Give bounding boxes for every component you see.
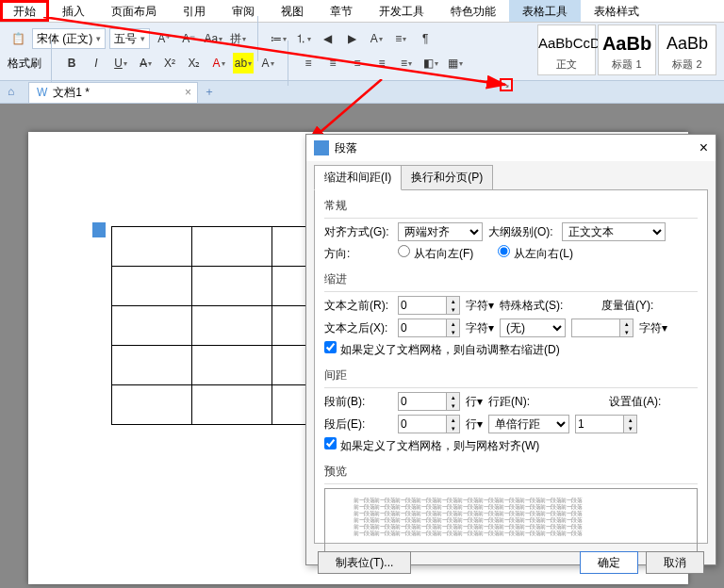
- align-center-icon[interactable]: ≡: [322, 53, 343, 74]
- ribbon: 📋 宋体 (正文)▾ 五号▾ A⁺ A⁻ Aa 拼 ≔ ⒈ ◀ ▶ A ≡ ¶ …: [0, 23, 724, 81]
- spin-buttons[interactable]: ▴▾: [447, 296, 460, 315]
- auto-indent-checkbox[interactable]: 如果定义了文档网格，则自动调整右缩进(D): [324, 341, 560, 358]
- bold-icon[interactable]: B: [61, 53, 82, 74]
- space-after-label: 段后(E):: [324, 416, 392, 433]
- unit-label[interactable]: 行▾: [466, 394, 483, 410]
- close-icon[interactable]: ×: [699, 139, 708, 156]
- style-gallery: AaBbCcDd正文 AaBb标题 1 AaBb标题 2: [537, 24, 716, 75]
- menu-chapter[interactable]: 章节: [317, 0, 366, 22]
- phonetic-icon[interactable]: 拼: [227, 28, 248, 49]
- outline-select[interactable]: 正文文本: [562, 222, 666, 241]
- format-painter-label[interactable]: 格式刷: [8, 56, 41, 72]
- tab-indent-spacing[interactable]: 缩进和间距(I): [314, 165, 402, 190]
- spin-buttons[interactable]: ▴▾: [447, 318, 460, 337]
- grow-font-icon[interactable]: A⁺: [154, 28, 174, 49]
- spin-buttons[interactable]: ▴▾: [447, 415, 460, 433]
- preview-group: 预览 前一段落前一段落前一段落前一段落前一段落前一段落前一段落前一段落前一段落前…: [324, 464, 698, 552]
- align-select[interactable]: 两端对齐: [398, 222, 483, 241]
- numbering-icon[interactable]: ⒈: [292, 28, 313, 49]
- ok-button[interactable]: 确定: [580, 551, 638, 574]
- menu-dev[interactable]: 开发工具: [366, 0, 437, 22]
- unit-label[interactable]: 字符▾: [466, 320, 494, 336]
- paragraph-dialog: 段落 × 缩进和间距(I) 换行和分页(P) 常规 对齐方式(G): 两端对齐 …: [305, 134, 716, 565]
- menu-layout[interactable]: 页面布局: [98, 0, 170, 22]
- special-select[interactable]: (无): [500, 318, 566, 337]
- menu-bar: 开始 插入 页面布局 引用 审阅 视图 章节 开发工具 特色功能 表格工具 表格…: [0, 0, 724, 23]
- bullets-icon[interactable]: ≔: [268, 28, 288, 49]
- menu-ref[interactable]: 引用: [170, 0, 219, 22]
- spin-buttons[interactable]: ▴▾: [620, 318, 634, 337]
- inc-indent-icon[interactable]: ▶: [341, 28, 362, 49]
- style-h2[interactable]: AaBb标题 2: [658, 24, 716, 75]
- tab-line-page[interactable]: 换行和分页(P): [401, 165, 493, 190]
- style-normal[interactable]: AaBbCcDd正文: [537, 24, 596, 75]
- menu-insert[interactable]: 插入: [49, 0, 98, 22]
- line-spacing-icon[interactable]: ≡: [390, 28, 411, 49]
- unit-label[interactable]: 字符▾: [639, 320, 667, 336]
- shrink-font-icon[interactable]: A⁻: [178, 28, 199, 49]
- tabs-button[interactable]: 制表位(T)...: [318, 551, 411, 574]
- new-tab-icon[interactable]: ＋: [204, 84, 215, 100]
- set-value-input[interactable]: [575, 415, 624, 433]
- borders-icon[interactable]: ▦: [445, 53, 466, 74]
- subscript-icon[interactable]: X₂: [184, 53, 205, 74]
- shading-icon[interactable]: ◧: [420, 53, 441, 74]
- line-spacing-select[interactable]: 单倍行距: [488, 415, 569, 433]
- align-justify-icon[interactable]: ≡: [371, 53, 392, 74]
- outline-label: 大纲级别(O):: [488, 224, 556, 240]
- dialog-titlebar[interactable]: 段落 ×: [306, 135, 716, 161]
- menu-table-tools[interactable]: 表格工具: [509, 0, 581, 22]
- close-tab-icon[interactable]: ×: [185, 86, 191, 99]
- unit-label[interactable]: 字符▾: [466, 298, 494, 314]
- paragraph-launcher-icon[interactable]: ↘: [500, 78, 513, 91]
- line-spacing-label: 行距(N):: [488, 394, 556, 410]
- menu-review[interactable]: 审阅: [219, 0, 268, 22]
- strike-icon[interactable]: A̶: [135, 53, 156, 74]
- space-after-input[interactable]: [398, 415, 447, 433]
- general-group: 常规 对齐方式(G): 两端对齐 大纲级别(O): 正文文本 方向: 从右向左(…: [324, 198, 698, 266]
- indent-group: 缩进 文本之前(R): ▴▾ 字符▾ 特殊格式(S): 度量值(Y): 文本之后…: [324, 271, 698, 362]
- font-color-icon[interactable]: A: [208, 53, 229, 74]
- superscript-icon[interactable]: X²: [159, 53, 180, 74]
- show-marks-icon[interactable]: ¶: [415, 28, 436, 49]
- paragraph-mark-icon: [92, 222, 106, 237]
- spin-buttons[interactable]: ▴▾: [447, 392, 460, 411]
- measure-input[interactable]: [571, 318, 620, 337]
- text-before-label: 文本之前(R):: [324, 298, 392, 314]
- text-before-input[interactable]: [398, 296, 447, 315]
- space-before-label: 段前(B):: [324, 394, 392, 410]
- dir-ltr-radio[interactable]: 从左向右(L): [498, 245, 573, 262]
- spin-buttons[interactable]: ▴▾: [624, 415, 637, 433]
- snap-grid-checkbox[interactable]: 如果定义了文档网格，则与网格对齐(W): [324, 437, 539, 454]
- dir-rtl-radio[interactable]: 从右向左(F): [398, 245, 473, 262]
- text-效果-icon[interactable]: A: [366, 28, 387, 49]
- align-left-icon[interactable]: ≡: [298, 53, 319, 74]
- italic-icon[interactable]: I: [86, 53, 107, 74]
- home-icon[interactable]: ⌂: [8, 85, 23, 100]
- text-after-input[interactable]: [398, 318, 447, 337]
- style-h1[interactable]: AaBb标题 1: [598, 24, 656, 75]
- change-case-icon[interactable]: Aa: [203, 28, 223, 49]
- unit-label[interactable]: 行▾: [466, 416, 483, 433]
- menu-table-style[interactable]: 表格样式: [581, 0, 652, 22]
- preview-box: 前一段落前一段落前一段落前一段落前一段落前一段落前一段落前一段落前一段落前一段落…: [324, 488, 698, 552]
- menu-view[interactable]: 视图: [268, 0, 317, 22]
- menu-start[interactable]: 开始: [0, 0, 49, 22]
- cancel-button[interactable]: 取消: [646, 551, 704, 574]
- menu-feature[interactable]: 特色功能: [437, 0, 509, 22]
- font-name-combo[interactable]: 宋体 (正文)▾: [32, 28, 106, 49]
- dialog-body: 常规 对齐方式(G): 两端对齐 大纲级别(O): 正文文本 方向: 从右向左(…: [314, 189, 708, 544]
- document-tab[interactable]: W 文档1 * ×: [28, 82, 198, 103]
- align-right-icon[interactable]: ≡: [347, 53, 368, 74]
- char-border-icon[interactable]: A: [257, 53, 278, 74]
- dialog-title: 段落: [335, 140, 357, 156]
- space-before-input[interactable]: [398, 392, 447, 411]
- distribute-icon[interactable]: ≡: [396, 53, 417, 74]
- highlight-icon[interactable]: ab: [233, 53, 254, 74]
- underline-icon[interactable]: U: [110, 53, 131, 74]
- font-size-combo[interactable]: 五号▾: [109, 28, 150, 49]
- paste-icon[interactable]: 📋: [8, 28, 28, 49]
- set-value-label: 设置值(A):: [609, 394, 677, 410]
- dec-indent-icon[interactable]: ◀: [317, 28, 337, 49]
- spacing-group: 间距 段前(B): ▴▾ 行▾ 行距(N): 设置值(A): 段后(E): ▴▾…: [324, 368, 698, 458]
